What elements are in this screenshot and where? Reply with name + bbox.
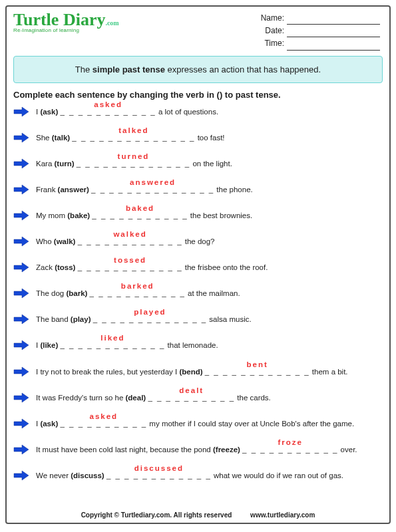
answer-blank[interactable]: _ _ _ _ _ _ _ _ _ _ _ _discussed (106, 471, 212, 479)
copyright: Copyright © Turtlediary.com. All rights … (81, 511, 232, 519)
question-row: Kara (turn) _ _ _ _ _ _ _ _ _ _ _ _ _tur… (13, 158, 383, 169)
question-verb: (turn) (55, 160, 75, 168)
arrow-icon (13, 288, 29, 299)
question-row: It must have been cold last night, becau… (13, 444, 383, 455)
question-row: Frank (answer) _ _ _ _ _ _ _ _ _ _ _ _ _… (13, 184, 383, 195)
question-post: the phone. (214, 186, 253, 194)
question-post: that lemonade. (165, 341, 218, 349)
question-text: I (ask) _ _ _ _ _ _ _ _ _ _ _asked a lot… (36, 106, 383, 117)
answer-blank[interactable]: _ _ _ _ _ _ _ _ _ _ _ _ _turned (77, 160, 191, 168)
explain-bold: simple past tense (93, 65, 165, 74)
arrow-icon (13, 236, 29, 247)
answer-text: discussed (134, 463, 184, 473)
question-post: the cards. (235, 394, 271, 402)
header: Turtle Diary.com Re-Imagination of learn… (13, 12, 383, 51)
question-post: at the mailman. (186, 289, 240, 297)
arrow-icon (13, 158, 29, 169)
logo: Turtle Diary.com (13, 12, 119, 27)
question-pre: We never (36, 471, 71, 479)
explanation-box: The simple past tense expresses an actio… (13, 56, 383, 83)
question-verb: (bend) (179, 368, 202, 376)
answer-text: played (134, 307, 166, 317)
answer-blank[interactable]: _ _ _ _ _ _ _ _ _ _ _ _walked (78, 237, 183, 245)
answer-text: dealt (179, 385, 204, 396)
answer-blank[interactable]: _ _ _ _ _ _ _ _ _ _dealt (148, 394, 235, 402)
question-pre: It was Freddy's turn so he (36, 394, 126, 402)
question-list: I (ask) _ _ _ _ _ _ _ _ _ _ _asked a lot… (13, 106, 383, 481)
question-row: I (ask) _ _ _ _ _ _ _ _ _ _asked my moth… (13, 418, 383, 429)
time-label: Time: (264, 39, 284, 48)
answer-text: liked (100, 332, 124, 343)
question-verb: (deal) (126, 394, 146, 402)
question-row: I (ask) _ _ _ _ _ _ _ _ _ _ _asked a lot… (13, 106, 383, 117)
answer-blank[interactable]: _ _ _ _ _ _ _ _ _ _ _ _ _played (93, 315, 208, 323)
arrow-icon (13, 132, 29, 143)
explain-pre: The (75, 65, 93, 74)
answer-text: asked (94, 99, 122, 110)
question-pre: The dog (36, 289, 66, 297)
question-row: Zack (toss) _ _ _ _ _ _ _ _ _ _ _ _tosse… (13, 262, 383, 273)
arrow-icon (13, 340, 29, 350)
logo-block: Turtle Diary.com Re-Imagination of learn… (13, 12, 119, 33)
question-text: Kara (turn) _ _ _ _ _ _ _ _ _ _ _ _ _tur… (36, 158, 383, 169)
question-post: the best brownies. (188, 211, 253, 219)
question-text: She (talk) _ _ _ _ _ _ _ _ _ _ _ _ _ _ta… (36, 132, 383, 143)
question-post: salsa music. (207, 315, 251, 323)
question-post: a lot of questions. (156, 108, 218, 116)
question-text: I (ask) _ _ _ _ _ _ _ _ _ _asked my moth… (36, 418, 383, 429)
question-verb: (discuss) (71, 471, 104, 479)
answer-text: walked (113, 229, 146, 239)
answer-blank[interactable]: _ _ _ _ _ _ _ _ _ _ _ _ _ _answered (91, 186, 214, 194)
question-row: We never (discuss) _ _ _ _ _ _ _ _ _ _ _… (13, 470, 383, 481)
answer-text: answered (130, 177, 176, 188)
question-pre: It must have been cold last night, becau… (36, 446, 213, 454)
question-row: Who (walk) _ _ _ _ _ _ _ _ _ _ _ _walked… (13, 236, 383, 247)
answer-text: tossed (114, 255, 146, 265)
answer-blank[interactable]: _ _ _ _ _ _ _ _ _ _ _barked (90, 289, 186, 297)
question-text: It must have been cold last night, becau… (36, 444, 383, 455)
question-post: the dog? (183, 237, 215, 245)
date-label: Date: (265, 26, 284, 35)
answer-blank[interactable]: _ _ _ _ _ _ _ _ _ _ _ _bent (205, 368, 310, 376)
question-verb: (play) (71, 315, 91, 323)
name-label: Name: (261, 13, 284, 23)
question-verb: (answer) (58, 186, 89, 194)
answer-text: barked (121, 281, 154, 291)
answer-blank[interactable]: _ _ _ _ _ _ _ _ _ _asked (60, 420, 147, 428)
answer-blank[interactable]: _ _ _ _ _ _ _ _ _ _ _ _tossed (78, 263, 183, 271)
question-verb: (bake) (67, 211, 90, 219)
arrow-icon (13, 210, 29, 221)
time-input[interactable] (287, 50, 380, 51)
arrow-icon (13, 392, 29, 403)
answer-text: turned (118, 151, 150, 162)
instructions: Complete each sentence by changing the v… (13, 90, 383, 100)
answer-blank[interactable]: _ _ _ _ _ _ _ _ _ _ _baked (92, 211, 188, 219)
answer-text: talked (118, 125, 148, 136)
question-post: on the light. (190, 160, 232, 168)
arrow-icon (13, 184, 29, 195)
question-text: The band (play) _ _ _ _ _ _ _ _ _ _ _ _ … (36, 314, 383, 325)
question-verb: (ask) (40, 420, 58, 428)
answer-text: froze (278, 437, 302, 448)
question-post: too fast! (195, 134, 224, 142)
question-verb: (bark) (66, 289, 87, 297)
question-row: I (like) _ _ _ _ _ _ _ _ _ _ _ _liked th… (13, 340, 383, 350)
logo-text: Turtle Diary (13, 10, 105, 29)
answer-text: baked (126, 203, 154, 213)
footer: Copyright © Turtlediary.com. All rights … (7, 511, 389, 519)
answer-blank[interactable]: _ _ _ _ _ _ _ _ _ _ _ _ _ _talked (72, 134, 195, 142)
question-post: the frisbee onto the roof. (183, 263, 268, 271)
arrow-icon (13, 470, 29, 481)
question-text: The dog (bark) _ _ _ _ _ _ _ _ _ _ _bark… (36, 288, 383, 299)
answer-blank[interactable]: _ _ _ _ _ _ _ _ _ _ _asked (60, 108, 156, 116)
question-pre: I try not to break the rules, but yester… (36, 368, 179, 376)
question-pre: Frank (36, 186, 58, 194)
answer-blank[interactable]: _ _ _ _ _ _ _ _ _ _ _froze (242, 446, 338, 454)
answer-blank[interactable]: _ _ _ _ _ _ _ _ _ _ _ _liked (60, 341, 165, 349)
arrow-icon (13, 444, 29, 455)
question-pre: The band (36, 315, 71, 323)
arrow-icon (13, 314, 29, 325)
question-row: I try not to break the rules, but yester… (13, 366, 383, 377)
question-row: The band (play) _ _ _ _ _ _ _ _ _ _ _ _ … (13, 314, 383, 325)
question-pre: Zack (36, 263, 55, 271)
